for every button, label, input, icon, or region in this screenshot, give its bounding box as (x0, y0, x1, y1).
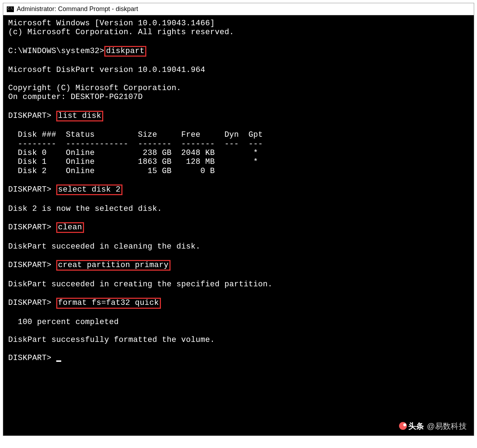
watermark-brand: 头条 (408, 422, 424, 431)
clean-response: DiskPart succeeded in cleaning the disk. (8, 242, 200, 251)
terminal-area[interactable]: Microsoft Windows [Version 10.0.19043.14… (3, 15, 474, 436)
watermark-logo: 头条 (399, 422, 424, 431)
cmd-diskpart: diskpart (104, 46, 146, 57)
diskpart-prompt: DISKPART> (8, 261, 56, 270)
cmd-format: format fs=fat32 quick (56, 298, 161, 308)
diskpart-version-line: Microsoft DiskPart version 10.0.19041.96… (8, 66, 205, 74)
os-version-line: Microsoft Windows [Version 10.0.19043.14… (8, 19, 215, 28)
window-title: Administrator: Command Prompt - diskpart (17, 5, 138, 13)
cmd-select-disk: select disk 2 (56, 184, 122, 195)
disk-table-row: Disk 2 Online 15 GB 0 B (8, 167, 215, 176)
diskpart-prompt: DISKPART> (8, 298, 56, 307)
disk-table-row: Disk 0 Online 238 GB 2048 KB * (8, 149, 258, 157)
create-partition-response: DiskPart succeeded in creating the speci… (8, 280, 273, 289)
select-disk-response: Disk 2 is now the selected disk. (8, 204, 162, 213)
cmd-create-partition: creat partition primary (56, 260, 171, 271)
cmd-icon (7, 6, 14, 12)
computer-name-line: On computer: DESKTOP-PG2107D (8, 93, 143, 101)
diskpart-copyright-line: Copyright (C) Microsoft Corporation. (8, 84, 181, 93)
window-titlebar[interactable]: Administrator: Command Prompt - diskpart (3, 3, 474, 15)
diskpart-prompt: DISKPART> (8, 354, 56, 363)
diskpart-prompt: DISKPART> (8, 223, 56, 232)
cmd-clean: clean (56, 222, 84, 233)
watermark: 头条 @易数科技 (399, 422, 467, 431)
diskpart-prompt: DISKPART> (8, 111, 56, 120)
toutiao-icon (399, 422, 407, 430)
cmd-list-disk: list disk (56, 111, 103, 121)
disk-table-header: Disk ### Status Size Free Dyn Gpt (8, 130, 263, 139)
os-copyright-line: (c) Microsoft Corporation. All rights re… (8, 28, 234, 37)
format-response: DiskPart successfully formatted the volu… (8, 335, 215, 344)
watermark-author: @易数科技 (427, 422, 467, 431)
command-prompt-window: Administrator: Command Prompt - diskpart… (3, 3, 474, 436)
disk-table-divider: -------- ------------- ------- ------- -… (8, 140, 263, 149)
system32-prompt: C:\WINDOWS\system32> (8, 47, 104, 56)
cursor-icon (56, 360, 61, 362)
diskpart-prompt: DISKPART> (8, 185, 56, 194)
disk-table-row: Disk 1 Online 1863 GB 128 MB * (8, 157, 258, 166)
format-progress: 100 percent completed (8, 318, 119, 327)
